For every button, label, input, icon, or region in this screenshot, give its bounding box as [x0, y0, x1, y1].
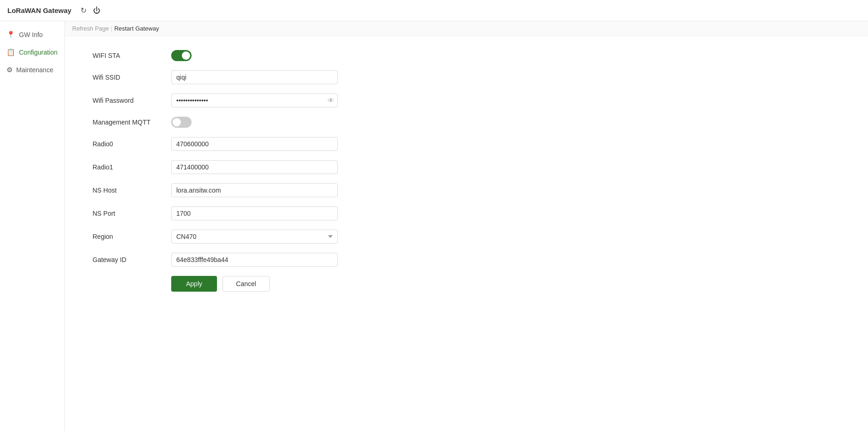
sidebar-item-configuration[interactable]: 📋 Configuration [0, 44, 64, 61]
power-icon[interactable]: ⏻ [93, 6, 100, 15]
ns-host-row: NS Host [93, 183, 453, 197]
breadcrumb-bar: Refresh Page | Restart Gateway [65, 21, 868, 36]
sidebar-item-gw-info[interactable]: 📍 GW Info [0, 26, 64, 44]
radio0-row: Radio0 [93, 137, 453, 151]
ns-port-label: NS Port [93, 210, 171, 217]
radio1-input[interactable] [171, 160, 338, 174]
wifi-ssid-input[interactable] [171, 70, 338, 84]
ns-port-row: NS Port [93, 206, 453, 220]
breadcrumb-refresh[interactable]: Refresh Page [72, 25, 109, 32]
wifi-password-wrap: 👁 [171, 94, 338, 107]
breadcrumb-restart[interactable]: Restart Gateway [114, 25, 159, 32]
app-title: LoRaWAN Gateway [7, 6, 71, 14]
breadcrumb-sep: | [111, 25, 112, 32]
wifi-sta-toggle-wrap [171, 50, 192, 61]
wifi-sta-label: WIFI STA [93, 52, 171, 59]
gateway-id-label: Gateway ID [93, 256, 171, 263]
wifi-ssid-row: Wifi SSID [93, 70, 453, 84]
region-select[interactable]: CN470 EU868 US915 AS923 AU915 [171, 230, 338, 244]
main-content: Refresh Page | Restart Gateway WIFI STA … [65, 21, 868, 431]
sidebar-item-label: GW Info [19, 31, 43, 38]
apply-button[interactable]: Apply [171, 276, 217, 292]
config-icon: 📋 [6, 48, 15, 56]
cancel-button[interactable]: Cancel [223, 276, 270, 292]
region-label: Region [93, 233, 171, 240]
radio0-input[interactable] [171, 137, 338, 151]
management-mqtt-row: Management MQTT [93, 117, 453, 128]
ns-host-input[interactable] [171, 183, 338, 197]
sidebar-item-label: Configuration [19, 49, 57, 56]
ns-port-input[interactable] [171, 206, 338, 220]
eye-icon[interactable]: 👁 [328, 97, 334, 104]
wifi-password-label: Wifi Password [93, 97, 171, 104]
sidebar-item-maintenance[interactable]: ⚙ Maintenance [0, 61, 64, 79]
region-row: Region CN470 EU868 US915 AS923 AU915 [93, 230, 453, 244]
topbar: LoRaWAN Gateway ↻ ⏻ [0, 0, 868, 21]
gear-icon: ⚙ [6, 66, 12, 74]
wifi-password-row: Wifi Password 👁 [93, 94, 453, 107]
management-mqtt-slider [171, 117, 192, 128]
wifi-password-input[interactable] [171, 94, 338, 107]
refresh-icon[interactable]: ↻ [81, 6, 87, 15]
gateway-id-row: Gateway ID [93, 253, 453, 267]
wifi-sta-slider [171, 50, 192, 61]
wifi-sta-row: WIFI STA [93, 50, 453, 61]
sidebar: 📍 GW Info 📋 Configuration ⚙ Maintenance [0, 21, 65, 431]
form-area: WIFI STA Wifi SSID Wifi Password 👁 [65, 36, 481, 310]
location-icon: 📍 [6, 31, 15, 39]
management-mqtt-label: Management MQTT [93, 119, 171, 126]
ns-host-label: NS Host [93, 187, 171, 194]
radio0-label: Radio0 [93, 140, 171, 148]
radio1-row: Radio1 [93, 160, 453, 174]
layout: 📍 GW Info 📋 Configuration ⚙ Maintenance … [0, 21, 868, 431]
wifi-ssid-label: Wifi SSID [93, 74, 171, 81]
button-row: Apply Cancel [93, 276, 453, 292]
management-mqtt-toggle[interactable] [171, 117, 192, 128]
sidebar-item-label: Maintenance [16, 66, 53, 74]
management-mqtt-toggle-wrap [171, 117, 192, 128]
gateway-id-input[interactable] [171, 253, 338, 267]
radio1-label: Radio1 [93, 163, 171, 171]
wifi-sta-toggle[interactable] [171, 50, 192, 61]
